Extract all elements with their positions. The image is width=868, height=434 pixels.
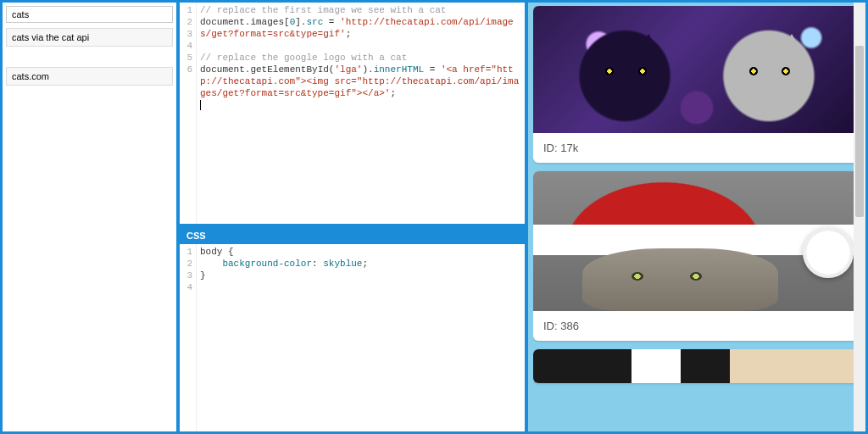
sidebar-item-cats-com[interactable]: cats.com — [6, 67, 173, 86]
preview-pane: ID: 17k ID: 386 — [528, 3, 865, 431]
css-code-content[interactable]: body { background-color: skyblue; } — [197, 244, 525, 431]
app-root: cats via the cat api cats.com 1 2 3 4 5 … — [0, 0, 868, 434]
card-caption: ID: 17k — [533, 133, 860, 163]
sidebar-divider — [3, 48, 176, 65]
scrollbar-thumb[interactable] — [855, 46, 864, 217]
cat-image — [533, 349, 860, 383]
cat-image — [533, 171, 860, 311]
result-card[interactable] — [533, 349, 860, 383]
search-input[interactable] — [6, 6, 173, 23]
js-code-content[interactable]: // replace the first image we see with a… — [197, 3, 525, 224]
css-editor-pane: CSS 1 2 3 4 body { background-color: sky… — [180, 227, 525, 431]
preview-content[interactable]: ID: 17k ID: 386 — [533, 6, 860, 431]
css-line-gutter: 1 2 3 4 — [180, 244, 197, 431]
cat-image — [533, 6, 860, 133]
result-card[interactable]: ID: 17k — [533, 6, 860, 163]
js-line-gutter: 1 2 3 4 5 6 — [180, 3, 197, 224]
js-editor-pane: 1 2 3 4 5 6 // replace the first image w… — [180, 3, 525, 224]
sidebar-item-cats-api[interactable]: cats via the cat api — [6, 28, 173, 47]
js-code-area[interactable]: 1 2 3 4 5 6 // replace the first image w… — [180, 3, 525, 224]
result-card[interactable]: ID: 386 — [533, 171, 860, 341]
preview-scrollbar[interactable] — [854, 3, 865, 431]
editor-column: 1 2 3 4 5 6 // replace the first image w… — [180, 3, 525, 431]
card-caption: ID: 386 — [533, 311, 860, 341]
css-pane-header: CSS — [180, 227, 525, 244]
css-code-area[interactable]: 1 2 3 4 body { background-color: skyblue… — [180, 244, 525, 431]
sidebar: cats via the cat api cats.com — [3, 3, 176, 431]
